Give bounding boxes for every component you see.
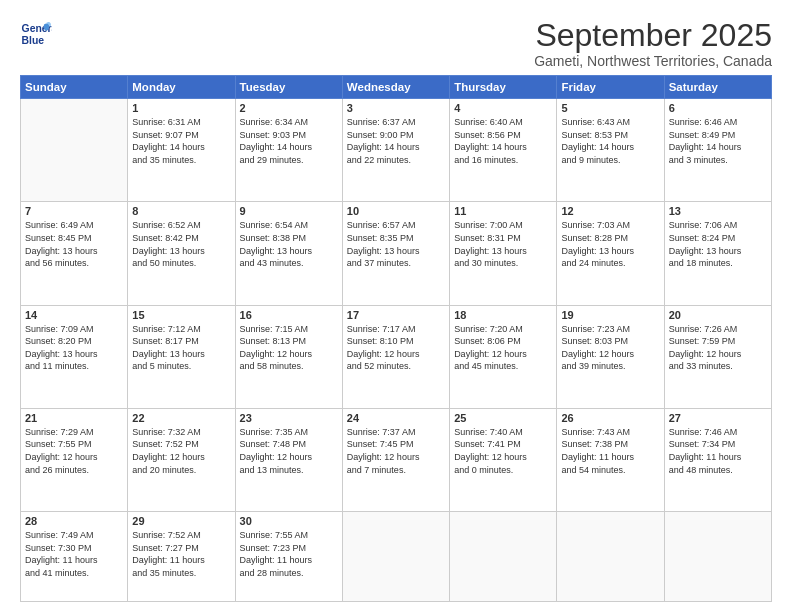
day-info: Sunrise: 7:35 AMSunset: 7:48 PMDaylight:… [240, 426, 338, 476]
calendar-week-row: 28Sunrise: 7:49 AMSunset: 7:30 PMDayligh… [21, 512, 772, 602]
weekday-header-wednesday: Wednesday [342, 76, 449, 99]
day-number: 24 [347, 412, 445, 424]
svg-text:Blue: Blue [22, 35, 45, 46]
day-info: Sunrise: 7:55 AMSunset: 7:23 PMDaylight:… [240, 529, 338, 579]
day-info: Sunrise: 7:43 AMSunset: 7:38 PMDaylight:… [561, 426, 659, 476]
header: General Blue September 2025 Gameti, Nort… [20, 18, 772, 69]
day-info: Sunrise: 7:52 AMSunset: 7:27 PMDaylight:… [132, 529, 230, 579]
day-info: Sunrise: 6:49 AMSunset: 8:45 PMDaylight:… [25, 219, 123, 269]
calendar-cell: 20Sunrise: 7:26 AMSunset: 7:59 PMDayligh… [664, 305, 771, 408]
day-info: Sunrise: 7:40 AMSunset: 7:41 PMDaylight:… [454, 426, 552, 476]
location: Gameti, Northwest Territories, Canada [534, 53, 772, 69]
day-info: Sunrise: 7:03 AMSunset: 8:28 PMDaylight:… [561, 219, 659, 269]
day-number: 2 [240, 102, 338, 114]
calendar-cell: 6Sunrise: 6:46 AMSunset: 8:49 PMDaylight… [664, 99, 771, 202]
day-number: 14 [25, 309, 123, 321]
calendar-cell [557, 512, 664, 602]
calendar-cell: 29Sunrise: 7:52 AMSunset: 7:27 PMDayligh… [128, 512, 235, 602]
day-number: 29 [132, 515, 230, 527]
day-number: 4 [454, 102, 552, 114]
day-info: Sunrise: 6:46 AMSunset: 8:49 PMDaylight:… [669, 116, 767, 166]
day-number: 6 [669, 102, 767, 114]
day-info: Sunrise: 6:57 AMSunset: 8:35 PMDaylight:… [347, 219, 445, 269]
day-number: 21 [25, 412, 123, 424]
day-number: 22 [132, 412, 230, 424]
day-number: 13 [669, 205, 767, 217]
calendar-cell: 9Sunrise: 6:54 AMSunset: 8:38 PMDaylight… [235, 202, 342, 305]
day-number: 28 [25, 515, 123, 527]
calendar-week-row: 21Sunrise: 7:29 AMSunset: 7:55 PMDayligh… [21, 408, 772, 511]
day-info: Sunrise: 6:40 AMSunset: 8:56 PMDaylight:… [454, 116, 552, 166]
day-info: Sunrise: 7:26 AMSunset: 7:59 PMDaylight:… [669, 323, 767, 373]
day-number: 26 [561, 412, 659, 424]
day-number: 11 [454, 205, 552, 217]
day-number: 16 [240, 309, 338, 321]
calendar-cell: 8Sunrise: 6:52 AMSunset: 8:42 PMDaylight… [128, 202, 235, 305]
calendar-page: General Blue September 2025 Gameti, Nort… [0, 0, 792, 612]
day-number: 30 [240, 515, 338, 527]
calendar-cell: 16Sunrise: 7:15 AMSunset: 8:13 PMDayligh… [235, 305, 342, 408]
day-number: 27 [669, 412, 767, 424]
day-info: Sunrise: 7:29 AMSunset: 7:55 PMDaylight:… [25, 426, 123, 476]
calendar-cell: 4Sunrise: 6:40 AMSunset: 8:56 PMDaylight… [450, 99, 557, 202]
calendar-cell: 26Sunrise: 7:43 AMSunset: 7:38 PMDayligh… [557, 408, 664, 511]
weekday-header-thursday: Thursday [450, 76, 557, 99]
logo: General Blue [20, 18, 56, 50]
calendar-week-row: 1Sunrise: 6:31 AMSunset: 9:07 PMDaylight… [21, 99, 772, 202]
calendar-cell: 22Sunrise: 7:32 AMSunset: 7:52 PMDayligh… [128, 408, 235, 511]
calendar-cell: 11Sunrise: 7:00 AMSunset: 8:31 PMDayligh… [450, 202, 557, 305]
day-number: 7 [25, 205, 123, 217]
calendar-cell: 18Sunrise: 7:20 AMSunset: 8:06 PMDayligh… [450, 305, 557, 408]
day-number: 5 [561, 102, 659, 114]
day-number: 15 [132, 309, 230, 321]
day-info: Sunrise: 6:31 AMSunset: 9:07 PMDaylight:… [132, 116, 230, 166]
calendar-cell: 21Sunrise: 7:29 AMSunset: 7:55 PMDayligh… [21, 408, 128, 511]
calendar-cell: 10Sunrise: 6:57 AMSunset: 8:35 PMDayligh… [342, 202, 449, 305]
calendar-cell: 7Sunrise: 6:49 AMSunset: 8:45 PMDaylight… [21, 202, 128, 305]
day-info: Sunrise: 7:20 AMSunset: 8:06 PMDaylight:… [454, 323, 552, 373]
weekday-header-saturday: Saturday [664, 76, 771, 99]
calendar-cell: 17Sunrise: 7:17 AMSunset: 8:10 PMDayligh… [342, 305, 449, 408]
day-number: 25 [454, 412, 552, 424]
calendar-header: SundayMondayTuesdayWednesdayThursdayFrid… [21, 76, 772, 99]
calendar-cell: 24Sunrise: 7:37 AMSunset: 7:45 PMDayligh… [342, 408, 449, 511]
calendar-table: SundayMondayTuesdayWednesdayThursdayFrid… [20, 75, 772, 602]
day-number: 12 [561, 205, 659, 217]
month-title: September 2025 [534, 18, 772, 53]
day-info: Sunrise: 6:37 AMSunset: 9:00 PMDaylight:… [347, 116, 445, 166]
calendar-cell: 30Sunrise: 7:55 AMSunset: 7:23 PMDayligh… [235, 512, 342, 602]
title-block: September 2025 Gameti, Northwest Territo… [534, 18, 772, 69]
weekday-header-tuesday: Tuesday [235, 76, 342, 99]
calendar-cell: 2Sunrise: 6:34 AMSunset: 9:03 PMDaylight… [235, 99, 342, 202]
calendar-cell: 13Sunrise: 7:06 AMSunset: 8:24 PMDayligh… [664, 202, 771, 305]
calendar-cell: 25Sunrise: 7:40 AMSunset: 7:41 PMDayligh… [450, 408, 557, 511]
logo-icon: General Blue [20, 18, 52, 50]
day-info: Sunrise: 7:23 AMSunset: 8:03 PMDaylight:… [561, 323, 659, 373]
calendar-cell [450, 512, 557, 602]
day-number: 23 [240, 412, 338, 424]
calendar-cell: 28Sunrise: 7:49 AMSunset: 7:30 PMDayligh… [21, 512, 128, 602]
day-info: Sunrise: 7:06 AMSunset: 8:24 PMDaylight:… [669, 219, 767, 269]
day-number: 20 [669, 309, 767, 321]
day-number: 9 [240, 205, 338, 217]
day-info: Sunrise: 7:32 AMSunset: 7:52 PMDaylight:… [132, 426, 230, 476]
day-info: Sunrise: 7:09 AMSunset: 8:20 PMDaylight:… [25, 323, 123, 373]
calendar-cell: 27Sunrise: 7:46 AMSunset: 7:34 PMDayligh… [664, 408, 771, 511]
day-number: 17 [347, 309, 445, 321]
calendar-cell: 15Sunrise: 7:12 AMSunset: 8:17 PMDayligh… [128, 305, 235, 408]
calendar-cell: 5Sunrise: 6:43 AMSunset: 8:53 PMDaylight… [557, 99, 664, 202]
day-number: 3 [347, 102, 445, 114]
day-info: Sunrise: 6:34 AMSunset: 9:03 PMDaylight:… [240, 116, 338, 166]
weekday-header-sunday: Sunday [21, 76, 128, 99]
day-info: Sunrise: 7:17 AMSunset: 8:10 PMDaylight:… [347, 323, 445, 373]
weekday-header-monday: Monday [128, 76, 235, 99]
day-info: Sunrise: 7:12 AMSunset: 8:17 PMDaylight:… [132, 323, 230, 373]
day-info: Sunrise: 7:00 AMSunset: 8:31 PMDaylight:… [454, 219, 552, 269]
weekday-header-friday: Friday [557, 76, 664, 99]
day-info: Sunrise: 7:15 AMSunset: 8:13 PMDaylight:… [240, 323, 338, 373]
calendar-week-row: 14Sunrise: 7:09 AMSunset: 8:20 PMDayligh… [21, 305, 772, 408]
calendar-body: 1Sunrise: 6:31 AMSunset: 9:07 PMDaylight… [21, 99, 772, 602]
calendar-cell: 3Sunrise: 6:37 AMSunset: 9:00 PMDaylight… [342, 99, 449, 202]
day-info: Sunrise: 6:54 AMSunset: 8:38 PMDaylight:… [240, 219, 338, 269]
day-info: Sunrise: 7:46 AMSunset: 7:34 PMDaylight:… [669, 426, 767, 476]
